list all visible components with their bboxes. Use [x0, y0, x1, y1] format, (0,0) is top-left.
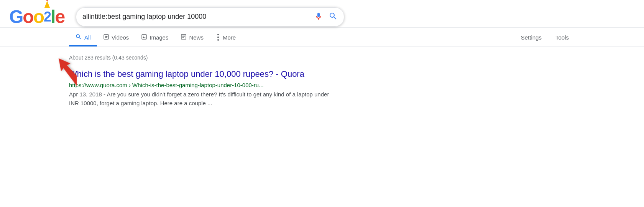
tab-settings-label: Settings	[521, 34, 542, 41]
search-submit-icon[interactable]	[329, 12, 338, 22]
search-icons	[314, 12, 338, 22]
tab-settings[interactable]: Settings	[515, 29, 548, 46]
results-count: About 283 results (0.43 seconds)	[69, 55, 644, 61]
svg-rect-2	[142, 35, 146, 39]
birthday-hat-icon	[44, 1, 50, 8]
result-url[interactable]: https://www.quora.com › Which-is-the-bes…	[69, 82, 330, 88]
result-title: Which is the best gaming laptop under 10…	[69, 68, 330, 80]
nav-tabs: All Videos Images	[0, 28, 644, 46]
logo-letter-g: G	[9, 6, 23, 27]
tab-more-label: More	[223, 34, 236, 41]
tab-news-label: News	[189, 34, 204, 41]
tab-tools-label: Tools	[555, 34, 569, 41]
tab-videos-label: Videos	[112, 34, 129, 41]
search-result-item: Which is the best gaming laptop under 10…	[69, 68, 330, 108]
svg-point-3	[143, 35, 144, 36]
tab-all-label: All	[84, 34, 91, 41]
search-tab-icon	[75, 33, 82, 41]
result-date: Apr 13, 2018	[69, 91, 102, 98]
logo-letter-2: 2	[44, 9, 51, 25]
tab-tools[interactable]: Tools	[549, 29, 575, 46]
logo-letter-2-candle: 2	[44, 6, 51, 27]
logo-letter-e: e	[55, 6, 64, 27]
logo-letter-o2: o	[33, 6, 44, 27]
svg-marker-1	[105, 35, 108, 38]
more-dots-icon	[216, 33, 220, 41]
tab-more[interactable]: More	[210, 28, 242, 46]
tab-images-label: Images	[150, 34, 168, 41]
header: G o o 2 l e	[0, 0, 644, 28]
main-content: About 283 results (0.43 seconds) Which i…	[0, 47, 644, 116]
result-title-link[interactable]: Which is the best gaming laptop under 10…	[69, 69, 304, 79]
google-logo[interactable]: G o o 2 l e	[9, 6, 64, 27]
nav-right-tabs: Settings Tools	[515, 29, 575, 46]
play-icon	[103, 34, 109, 41]
search-box-wrapper	[76, 7, 344, 26]
search-input[interactable]	[82, 13, 309, 21]
tab-all[interactable]: All	[69, 28, 97, 46]
result-snippet: Apr 13, 2018 - Are you sure you didn't f…	[69, 90, 330, 108]
image-icon	[141, 34, 147, 41]
svg-rect-4	[181, 35, 186, 39]
arrow-annotation	[15, 51, 69, 89]
tab-images[interactable]: Images	[135, 28, 174, 46]
microphone-icon[interactable]	[314, 12, 323, 22]
logo-letter-l: l	[51, 6, 55, 27]
search-box	[76, 7, 344, 26]
logo-letter-o1: o	[23, 6, 33, 27]
news-icon	[181, 34, 187, 41]
result-snippet-text: - Are you sure you didn't forget a zero …	[69, 91, 329, 107]
tab-news[interactable]: News	[174, 28, 210, 46]
tab-videos[interactable]: Videos	[97, 28, 135, 46]
